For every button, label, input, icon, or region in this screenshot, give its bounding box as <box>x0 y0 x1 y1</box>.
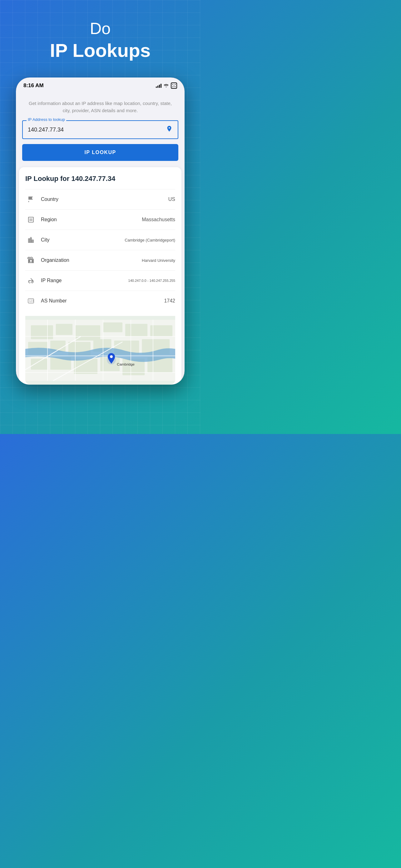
asn-label: AS Number <box>41 298 164 304</box>
hero-line1: Do <box>6 19 194 38</box>
asn-value: 1742 <box>164 298 175 304</box>
svg-rect-27 <box>31 359 47 370</box>
wifi-icon <box>163 83 169 88</box>
region-value: Massachusetts <box>142 217 175 222</box>
svg-point-8 <box>173 85 174 86</box>
ip-input-value[interactable]: 140.247.77.34 <box>28 127 166 133</box>
svg-text:Cambridge: Cambridge <box>117 363 134 366</box>
range-icon <box>25 275 37 286</box>
signal-bars-icon <box>156 84 162 88</box>
org-icon <box>25 255 37 266</box>
map-area: Cambridge <box>25 316 175 384</box>
svg-rect-16 <box>56 324 72 335</box>
city-icon <box>25 234 37 246</box>
org-value: Harvard University <box>142 258 175 263</box>
bar2 <box>157 86 158 88</box>
svg-rect-7 <box>175 86 175 87</box>
lookup-button-label: IP LOOKUP <box>84 150 116 155</box>
hero-line2: IP Lookups <box>6 39 194 62</box>
face-id-icon <box>171 83 177 89</box>
ip-input-label: IP Address to lookup <box>27 117 66 122</box>
result-row-org: Organization Harvard University <box>25 250 175 270</box>
svg-point-45 <box>110 355 113 358</box>
svg-rect-4 <box>172 84 173 85</box>
flag-icon <box>25 194 37 205</box>
hero-section: Do IP Lookups <box>0 0 201 68</box>
svg-rect-20 <box>150 325 172 337</box>
results-title: IP Lookup for 140.247.77.34 <box>25 175 175 183</box>
country-value: US <box>168 196 175 202</box>
region-label: Region <box>41 217 142 222</box>
city-value: Cambridge (Cambridgeport) <box>125 238 175 243</box>
svg-rect-29 <box>74 359 98 374</box>
bar1 <box>156 87 157 88</box>
region-icon <box>25 214 37 225</box>
location-icon <box>166 125 173 134</box>
country-label: Country <box>41 196 168 202</box>
svg-text:123: 123 <box>29 300 34 303</box>
org-label: Organization <box>41 257 142 263</box>
result-row-country: Country US <box>25 189 175 209</box>
status-bar: 8:16 AM <box>16 78 185 92</box>
phone-mockup: 8:16 AM <box>16 78 185 384</box>
bar4 <box>161 84 162 88</box>
map-svg: Cambridge <box>25 316 175 384</box>
status-time: 8:16 AM <box>24 83 44 89</box>
app-content: Get information about an IP address like… <box>16 92 185 384</box>
svg-rect-5 <box>175 84 175 85</box>
svg-rect-18 <box>103 323 123 333</box>
svg-rect-17 <box>75 325 100 341</box>
range-value: 140.247.0.0 - 140.247.255.255 <box>128 279 175 282</box>
result-row-range: IP Range 140.247.0.0 - 140.247.255.255 <box>25 270 175 290</box>
svg-point-9 <box>174 85 175 86</box>
range-label: IP Range <box>41 278 128 283</box>
svg-rect-6 <box>172 86 173 87</box>
city-label: City <box>41 237 125 243</box>
lookup-button[interactable]: IP LOOKUP <box>22 144 178 161</box>
description-text: Get information about an IP address like… <box>16 92 185 120</box>
ip-input-wrapper[interactable]: 140.247.77.34 <box>22 120 178 139</box>
result-row-city: City Cambridge (Cambridgeport) <box>25 230 175 250</box>
status-icons <box>156 83 177 89</box>
ip-input-container: IP Address to lookup 140.247.77.34 <box>22 120 178 139</box>
svg-rect-15 <box>31 325 53 339</box>
result-row-region: Region Massachusetts <box>25 209 175 230</box>
result-row-asn: 123 AS Number 1742 <box>25 290 175 311</box>
bar3 <box>159 85 160 88</box>
results-card: IP Lookup for 140.247.77.34 Country US R… <box>19 167 181 384</box>
asn-icon: 123 <box>25 295 37 307</box>
svg-rect-19 <box>125 324 147 337</box>
